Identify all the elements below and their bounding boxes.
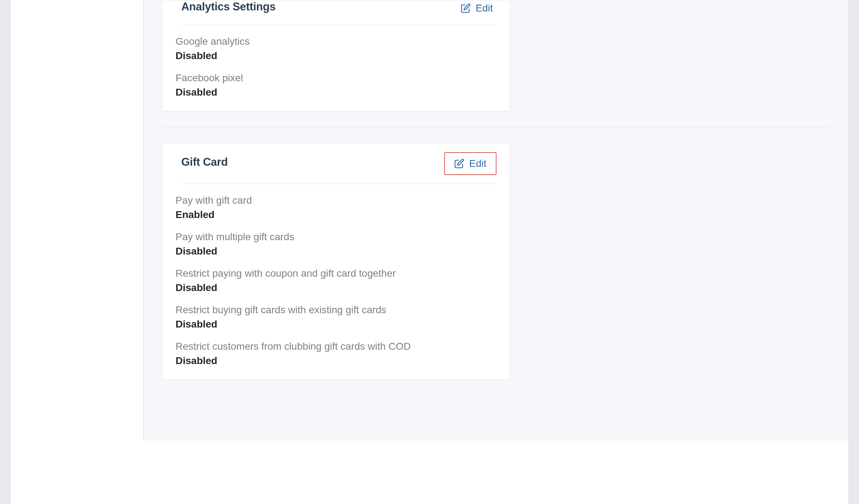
setting-label: Google analytics (176, 36, 496, 47)
setting-value: Disabled (176, 355, 496, 367)
content-inner: Analytics Settings Edit Google analytics… (144, 0, 848, 414)
gift-card-title: Gift Card (181, 156, 228, 169)
sidebar-placeholder (11, 0, 143, 440)
setting-label: Pay with multiple gift cards (176, 231, 496, 243)
gift-card-header: Gift Card Edit (181, 156, 496, 184)
setting-value: Disabled (176, 87, 496, 98)
gift-card-edit-button[interactable]: Edit (444, 152, 496, 175)
page-row: Analytics Settings Edit Google analytics… (11, 0, 848, 440)
analytics-card-title: Analytics Settings (181, 0, 275, 13)
setting-value: Disabled (176, 282, 496, 294)
gift-card-settings-card: Gift Card Edit Pay with gift card Enable… (162, 143, 510, 380)
analytics-card-header: Analytics Settings Edit (181, 0, 496, 25)
setting-row: Pay with gift card Enabled (176, 195, 496, 220)
analytics-settings-card: Analytics Settings Edit Google analytics… (162, 0, 510, 111)
setting-row: Facebook pixel Disabled (176, 72, 496, 98)
setting-value: Disabled (176, 246, 496, 257)
setting-row: Pay with multiple gift cards Disabled (176, 231, 496, 257)
edit-label: Edit (469, 158, 486, 169)
edit-icon (461, 3, 471, 13)
edit-label: Edit (476, 3, 493, 14)
footer-spacer (11, 440, 848, 504)
setting-value: Enabled (176, 209, 496, 220)
content-wrapper: Analytics Settings Edit Google analytics… (143, 0, 848, 440)
setting-label: Pay with gift card (176, 195, 496, 206)
setting-row: Google analytics Disabled (176, 36, 496, 62)
page-frame: Analytics Settings Edit Google analytics… (11, 0, 848, 504)
edit-icon (454, 159, 464, 169)
setting-row: Restrict customers from clubbing gift ca… (176, 341, 496, 367)
setting-label: Restrict buying gift cards with existing… (176, 304, 496, 316)
setting-label: Facebook pixel (176, 72, 496, 84)
setting-label: Restrict customers from clubbing gift ca… (176, 341, 496, 352)
setting-row: Restrict paying with coupon and gift car… (176, 268, 496, 294)
section-divider (162, 127, 829, 127)
setting-row: Restrict buying gift cards with existing… (176, 304, 496, 330)
setting-label: Restrict paying with coupon and gift car… (176, 268, 496, 279)
setting-value: Disabled (176, 50, 496, 62)
setting-value: Disabled (176, 319, 496, 330)
analytics-edit-button[interactable]: Edit (457, 0, 496, 16)
